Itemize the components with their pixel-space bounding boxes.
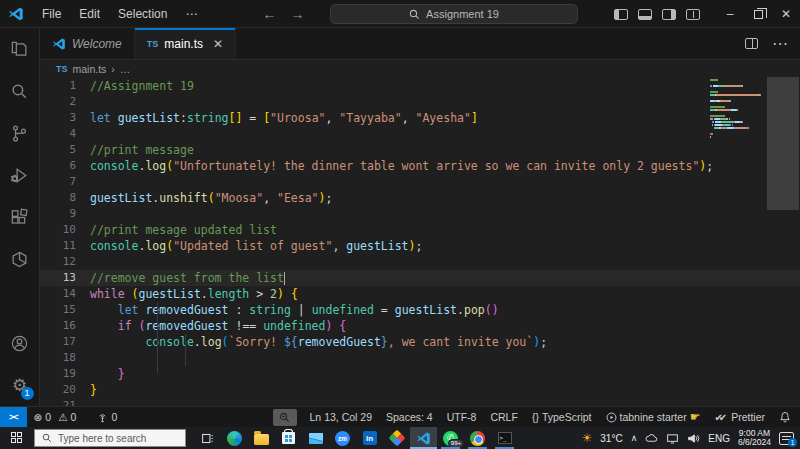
indentation[interactable]: Spaces: 4 [386, 411, 433, 423]
code-line[interactable]: 8guestList.unshift("Moosa", "Eesa"); [40, 190, 800, 206]
code-line[interactable]: 2 [40, 94, 800, 110]
edge-button[interactable] [221, 427, 248, 449]
breadcrumb-file[interactable]: main.ts [73, 63, 107, 75]
accounts-icon[interactable] [0, 322, 40, 364]
menu-edit[interactable]: Edit [70, 4, 109, 24]
file-explorer-button[interactable] [248, 427, 275, 449]
notification-center-icon[interactable]: 1 [779, 432, 794, 445]
zoom-app-icon: zm [335, 431, 350, 446]
mail-button[interactable] [302, 427, 329, 449]
code-token: ; [540, 335, 547, 349]
code-line[interactable]: 5//print message [40, 142, 800, 158]
close-window-button[interactable]: ✕ [772, 0, 800, 28]
code-line[interactable]: 10//print mesage updated list [40, 222, 800, 238]
code-line[interactable]: 19 } [40, 366, 800, 382]
nav-back-icon[interactable]: ← [262, 6, 276, 22]
code-token: //print message [90, 143, 194, 157]
toggle-secondary-sidebar-icon[interactable] [662, 9, 676, 20]
nav-forward-icon[interactable]: → [290, 6, 304, 22]
scrollbar-thumb[interactable] [767, 77, 799, 210]
code-line[interactable]: 7 [40, 174, 800, 190]
chrome-button[interactable] [464, 427, 491, 449]
code-token: = [374, 303, 395, 317]
code-line[interactable]: 13//remove guest from the list [40, 270, 800, 286]
command-center-search[interactable]: Assignment 19 [330, 4, 578, 24]
linkedin-button[interactable]: in [356, 427, 383, 449]
weather-sun-icon[interactable]: ☀ [582, 431, 593, 445]
cursor-position[interactable]: Ln 13, Col 29 [310, 411, 372, 423]
tabnine-sidebar-icon[interactable] [0, 238, 40, 280]
extensions-icon[interactable] [0, 196, 40, 238]
tab-welcome[interactable]: Welcome [40, 28, 135, 59]
terminal-button[interactable]: >_ [491, 427, 518, 449]
tab-main-ts[interactable]: TS main.ts ✕ [135, 28, 236, 59]
run-debug-icon[interactable] [0, 154, 40, 196]
split-editor-icon[interactable] [745, 38, 758, 49]
editor[interactable]: 1//Assignment 1923let guestList:string[]… [40, 77, 800, 406]
breadcrumb[interactable]: TS main.ts › … [40, 60, 800, 77]
temperature[interactable]: 31°C [600, 433, 622, 444]
settings-gear-icon[interactable]: ⚙ 1 [0, 364, 40, 406]
toggle-sidebar-icon[interactable] [614, 9, 628, 20]
breadcrumb-more[interactable]: … [120, 63, 131, 75]
language-mode[interactable]: {} TypeScript [532, 411, 592, 423]
problems-indicator[interactable]: ⊗ 0 ⚠ 0 [34, 411, 77, 423]
tray-chevron-icon[interactable]: ∧ [631, 433, 638, 443]
code-line[interactable]: 6console.log("Unfortunately! the dinner … [40, 158, 800, 174]
microsoft-store-button[interactable] [275, 427, 302, 449]
code-line[interactable]: 3let guestList:string[] = ["Uroosa", "Ta… [40, 110, 800, 126]
input-language[interactable]: ENG [708, 433, 730, 444]
code-token: log [201, 335, 222, 349]
menu-file[interactable]: File [33, 4, 70, 24]
volume-icon[interactable] [687, 433, 700, 444]
code-line[interactable]: 9 [40, 206, 800, 222]
linkedin-icon: in [363, 431, 377, 445]
minimap[interactable] [710, 79, 762, 142]
line-number: 19 [40, 366, 76, 382]
code-line[interactable]: 12 [40, 254, 800, 270]
onedrive-icon[interactable] [645, 433, 658, 443]
taskbar-search[interactable]: Type here to search [34, 429, 186, 447]
code-line[interactable]: 1//Assignment 19 [40, 78, 800, 94]
task-view-button[interactable] [194, 427, 221, 449]
code-line[interactable]: 16 if (removedGuest !== undefined) { [40, 318, 800, 334]
explorer-icon[interactable] [0, 28, 40, 70]
search-sidebar-icon[interactable] [0, 70, 40, 112]
remote-indicator[interactable]: >< [0, 407, 27, 428]
prettier-status[interactable]: ✔✔ Prettier [714, 411, 765, 423]
eol-sequence[interactable]: CRLF [490, 411, 517, 423]
minimap-segment [715, 121, 722, 123]
minimize-button[interactable]: – [716, 0, 744, 28]
code-line[interactable]: 15 let removedGuest : string | undefined… [40, 302, 800, 318]
code-line[interactable]: 17 console.log(`Sorry! ${removedGuest}, … [40, 334, 800, 350]
code-line[interactable]: 4 [40, 126, 800, 142]
whatsapp-button[interactable]: ✆ 99+ [437, 427, 464, 449]
source-control-icon[interactable] [0, 112, 40, 154]
network-icon[interactable] [666, 433, 679, 444]
menu-more[interactable]: ⋯ [176, 4, 206, 24]
tab-close-icon[interactable]: ✕ [213, 37, 223, 51]
customize-layout-icon[interactable] [686, 9, 700, 20]
tray-clock[interactable]: 9:00 AM 6/6/2024 [738, 429, 771, 447]
code-line[interactable]: 20} [40, 382, 800, 398]
zoom-button[interactable]: zm [329, 427, 356, 449]
ports-indicator[interactable]: 0 [97, 411, 117, 423]
editor-more-actions-icon[interactable]: ⋯ [772, 34, 788, 53]
code-line[interactable]: 11console.log("Updated list of guest", g… [40, 238, 800, 254]
zoom-indicator[interactable] [273, 409, 297, 426]
code-line[interactable]: 14while (guestList.length > 2) { [40, 286, 800, 302]
code-line[interactable]: 21 [40, 398, 800, 406]
notifications-bell[interactable] [779, 411, 791, 423]
start-button[interactable] [0, 427, 34, 449]
toggle-panel-icon[interactable] [638, 9, 652, 20]
restore-button[interactable] [744, 0, 772, 28]
tabnine-status[interactable]: tabnine starter ☛ [606, 410, 701, 424]
encoding[interactable]: UTF-8 [447, 411, 477, 423]
code-token: ; [415, 239, 422, 253]
editor-scrollbar[interactable] [766, 77, 800, 406]
google-app-button[interactable] [383, 427, 410, 449]
hand-pointer-icon: ☛ [690, 410, 701, 424]
menu-selection[interactable]: Selection [109, 4, 176, 24]
code-line[interactable]: 18 [40, 350, 800, 366]
vscode-taskbar-button[interactable] [410, 427, 437, 449]
